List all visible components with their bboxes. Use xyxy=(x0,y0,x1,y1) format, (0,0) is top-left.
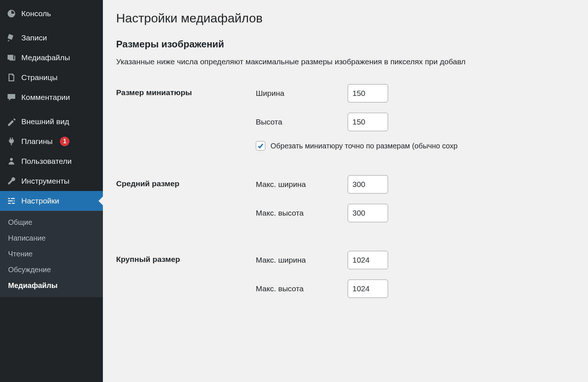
medium-width-input[interactable] xyxy=(348,175,388,194)
admin-sidebar: Консоль Записи Медиафайлы Страницы Комме… xyxy=(0,0,103,382)
sidebar-item-label: Консоль xyxy=(21,9,51,18)
medium-size-label: Средний размер xyxy=(116,172,252,229)
update-badge: 1 xyxy=(60,137,69,146)
sidebar-item-label: Медиафайлы xyxy=(21,53,70,62)
dashboard-icon xyxy=(7,9,16,18)
max-height-label: Макс. высота xyxy=(256,209,348,217)
sidebar-item-label: Внешний вид xyxy=(21,117,69,126)
settings-submenu: Общие Написание Чтение Обсуждение Медиаф… xyxy=(0,211,103,297)
large-size-label: Крупный размер xyxy=(116,248,252,305)
sidebar-item-tools[interactable]: Инструменты xyxy=(0,171,103,191)
medium-height-input[interactable] xyxy=(348,204,388,222)
thumbnail-height-row: Высота xyxy=(256,112,458,131)
sidebar-item-comments[interactable]: Комментарии xyxy=(0,87,103,107)
height-label: Высота xyxy=(256,118,348,126)
sidebar-item-settings[interactable]: Настройки xyxy=(0,191,103,211)
thumbnail-crop-checkbox[interactable] xyxy=(256,141,265,151)
sidebar-item-label: Комментарии xyxy=(21,93,70,102)
sidebar-item-plugins[interactable]: Плагины 1 xyxy=(0,131,103,151)
thumbnail-crop-row: Обрезать миниатюру точно по размерам (об… xyxy=(256,141,458,151)
max-width-label: Макс. ширина xyxy=(256,180,348,189)
sidebar-item-label: Плагины xyxy=(21,137,53,146)
check-icon xyxy=(257,142,264,149)
submenu-item-media[interactable]: Медиафайлы xyxy=(0,278,103,293)
settings-content: Настройки медиафайлов Размеры изображени… xyxy=(103,0,588,382)
sidebar-item-appearance[interactable]: Внешний вид xyxy=(0,112,103,131)
large-height-input[interactable] xyxy=(348,280,388,298)
pin-icon xyxy=(7,33,16,43)
large-width-row: Макс. ширина xyxy=(256,251,458,270)
sidebar-item-dashboard[interactable]: Консоль xyxy=(0,4,103,24)
media-settings-table: Размер миниатюры Ширина Высота Обрезать … xyxy=(116,81,461,305)
large-width-input[interactable] xyxy=(348,251,388,269)
menu-separator xyxy=(0,24,103,28)
sidebar-item-label: Инструменты xyxy=(21,177,69,185)
menu-separator xyxy=(0,107,103,112)
sidebar-item-media[interactable]: Медиафайлы xyxy=(0,48,103,68)
submenu-item-discussion[interactable]: Обсуждение xyxy=(0,262,103,278)
comments-icon xyxy=(7,93,16,102)
medium-width-row: Макс. ширина xyxy=(256,175,458,194)
submenu-item-general[interactable]: Общие xyxy=(0,215,103,230)
thumbnail-width-input[interactable] xyxy=(348,84,388,102)
users-icon xyxy=(7,156,16,166)
width-label: Ширина xyxy=(256,89,348,98)
thumbnail-crop-label: Обрезать миниатюру точно по размерам (об… xyxy=(270,142,458,150)
pages-icon xyxy=(7,73,16,82)
sidebar-item-label: Настройки xyxy=(21,197,59,205)
medium-height-row: Макс. высота xyxy=(256,203,458,223)
sidebar-item-pages[interactable]: Страницы xyxy=(0,68,103,87)
media-icon xyxy=(7,53,16,62)
section-description: Указанные ниже числа определяют максимал… xyxy=(116,57,588,66)
sidebar-item-users[interactable]: Пользователи xyxy=(0,151,103,171)
max-width-label: Макс. ширина xyxy=(256,256,348,264)
sidebar-item-label: Записи xyxy=(21,33,47,42)
submenu-item-writing[interactable]: Написание xyxy=(0,230,103,246)
thumbnail-height-input[interactable] xyxy=(348,113,388,131)
section-title: Размеры изображений xyxy=(116,39,588,50)
max-height-label: Макс. высота xyxy=(256,284,348,293)
submenu-item-reading[interactable]: Чтение xyxy=(0,246,103,262)
thumbnail-size-label: Размер миниатюры xyxy=(116,81,252,154)
sidebar-item-posts[interactable]: Записи xyxy=(0,28,103,48)
sidebar-item-label: Пользователи xyxy=(21,157,72,166)
plugins-icon xyxy=(7,137,16,146)
page-title: Настройки медиафайлов xyxy=(116,11,588,25)
thumbnail-width-row: Ширина xyxy=(256,84,458,103)
appearance-icon xyxy=(7,117,16,126)
tools-icon xyxy=(7,176,16,186)
settings-icon xyxy=(7,196,16,206)
sidebar-item-label: Страницы xyxy=(21,73,58,82)
large-height-row: Макс. высота xyxy=(256,279,458,298)
